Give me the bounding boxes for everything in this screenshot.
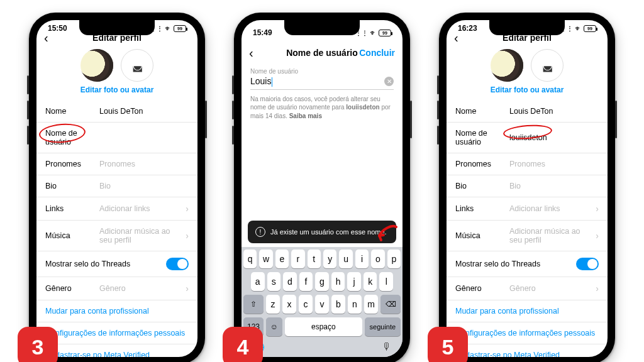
row-music[interactable]: Música Adicionar música ao seu perfil › — [447, 221, 608, 251]
learn-more-link[interactable]: Saiba mais — [289, 112, 322, 119]
threads-label: Mostrar selo do Threads — [455, 260, 571, 268]
pronouns-placeholder: Pronomes — [509, 160, 599, 168]
key-z[interactable]: z — [266, 295, 280, 314]
backspace-key[interactable]: ⌫ — [380, 295, 401, 314]
key-a[interactable]: a — [251, 272, 265, 291]
avatar-style-button[interactable]: ◛ — [121, 49, 153, 82]
key-j[interactable]: j — [347, 272, 361, 291]
battery-icon: 99 — [584, 25, 596, 32]
key-g[interactable]: g — [315, 272, 329, 291]
edit-avatar-link[interactable]: Editar foto ou avatar — [447, 85, 608, 101]
avatar-style-button[interactable]: ◛ — [531, 49, 564, 82]
row-gender[interactable]: Gênero Gênero › — [447, 277, 608, 300]
row-username[interactable]: Nome de usuário — [36, 123, 197, 153]
key-n[interactable]: n — [348, 295, 362, 314]
key-s[interactable]: s — [267, 272, 281, 291]
screen: 16:23 ⋮⋮ ᯤ 99 ‹ Editar perfil ◛ Editar f… — [447, 20, 608, 357]
link-professional[interactable]: Mudar para conta profissional — [36, 300, 197, 322]
status-time: 15:49 — [253, 28, 272, 37]
key-i[interactable]: i — [355, 250, 369, 268]
key-o[interactable]: o — [371, 250, 384, 268]
key-m[interactable]: m — [364, 295, 378, 314]
row-links[interactable]: Links Adicionar links › — [447, 197, 608, 221]
key-y[interactable]: y — [323, 250, 336, 268]
username-field-label: Nome de usuário — [250, 68, 394, 75]
toast-text: Já existe um usuário com esse nome. — [270, 228, 387, 236]
error-toast: ! Já existe um usuário com esse nome. — [248, 221, 396, 243]
music-placeholder: Adicionar música ao seu perfil — [99, 227, 180, 244]
key-q[interactable]: q — [243, 250, 257, 268]
back-button[interactable]: ‹ — [44, 31, 48, 45]
avatar-style-icon: ◛ — [132, 58, 143, 72]
row-threads[interactable]: Mostrar selo do Threads — [36, 251, 197, 277]
avatar-image[interactable] — [80, 49, 113, 82]
threads-toggle[interactable] — [166, 258, 189, 270]
key-v[interactable]: v — [315, 295, 329, 314]
link-meta-verified[interactable]: Cadastrar-se no Meta Verified — [36, 344, 197, 357]
row-name[interactable]: Nome Louis DeTon — [447, 101, 608, 123]
keyboard[interactable]: qwertyuiop asdfghjkl ⇧ zxcvbnm ⌫ 123 ☺ e… — [242, 247, 402, 357]
back-button[interactable]: ‹ — [454, 31, 458, 45]
chevron-right-icon: › — [186, 283, 189, 293]
return-key[interactable]: seguinte — [365, 317, 401, 336]
row-bio[interactable]: Bio Bio — [447, 175, 608, 197]
row-pronouns[interactable]: Pronomes Pronomes — [36, 153, 197, 175]
key-c[interactable]: c — [299, 295, 313, 314]
key-e[interactable]: e — [275, 250, 289, 268]
threads-toggle[interactable] — [576, 258, 599, 270]
row-bio[interactable]: Bio Bio — [36, 175, 197, 197]
alert-icon: ! — [255, 227, 265, 237]
shift-key[interactable]: ⇧ — [243, 295, 264, 314]
key-f[interactable]: f — [299, 272, 313, 291]
link-professional[interactable]: Mudar para conta profissional — [447, 300, 608, 322]
gender-placeholder: Gênero — [509, 284, 591, 293]
link-meta-verified[interactable]: Cadastrar-se no Meta Verified — [447, 344, 608, 357]
gender-placeholder: Gênero — [99, 284, 180, 293]
key-b[interactable]: b — [331, 295, 345, 314]
emoji-key[interactable]: ☺ — [266, 317, 282, 336]
row-links[interactable]: Links Adicionar links › — [36, 197, 197, 221]
text-cursor — [272, 77, 272, 87]
key-x[interactable]: x — [282, 295, 296, 314]
pronouns-label: Pronomes — [455, 160, 504, 168]
phone-step-5: 5 16:23 ⋮⋮ ᯤ 99 ‹ Editar perfil ◛ — [439, 13, 615, 362]
key-t[interactable]: t — [308, 250, 321, 268]
clear-icon[interactable]: ✕ — [384, 77, 394, 86]
name-value: Louis DeTon — [509, 107, 599, 116]
key-u[interactable]: u — [339, 250, 352, 268]
key-k[interactable]: k — [364, 272, 377, 291]
space-key[interactable]: espaço — [285, 317, 362, 336]
row-username[interactable]: Nome de usuário louiisdeton — [447, 123, 608, 153]
wifi-icon: ᯤ — [575, 25, 582, 32]
wifi-icon: ᯤ — [370, 29, 377, 36]
key-p[interactable]: p — [387, 250, 401, 268]
link-personal-info[interactable]: Configurações de informações pessoais — [36, 322, 197, 344]
username-input[interactable]: Louis ✕ — [250, 75, 394, 90]
key-d[interactable]: d — [283, 272, 297, 291]
nav-title: Nome de usuário — [286, 48, 358, 58]
row-threads[interactable]: Mostrar selo do Threads — [447, 251, 608, 277]
edit-avatar-link[interactable]: Editar foto ou avatar — [36, 85, 197, 101]
chevron-right-icon: › — [186, 204, 189, 214]
music-label: Música — [45, 231, 94, 240]
key-r[interactable]: r — [291, 250, 304, 268]
back-button[interactable]: ‹ — [249, 46, 253, 60]
done-button[interactable]: Concluir — [359, 48, 395, 58]
row-music[interactable]: Música Adicionar música ao seu perfil › — [36, 221, 197, 251]
row-gender[interactable]: Gênero Gênero › — [36, 277, 197, 300]
notch — [79, 20, 155, 35]
phone-step-3: 3 15:50 ⋮⋮ ᯤ 99 ‹ Editar perfil ◛ — [29, 13, 205, 362]
key-l[interactable]: l — [379, 272, 393, 291]
status-time: 16:23 — [458, 24, 477, 33]
row-pronouns[interactable]: Pronomes Pronomes — [447, 153, 608, 175]
phone-step-4: 4 15:49 ⋮⋮ ᯤ 99 ‹ Nome de usuário Conclu… — [234, 13, 410, 362]
links-label: Links — [455, 204, 504, 213]
row-name[interactable]: Nome Louis DeTon — [36, 101, 197, 123]
mic-icon[interactable]: 🎙 — [382, 341, 392, 353]
link-personal-info[interactable]: Configurações de informações pessoais — [447, 322, 608, 344]
gender-label: Gênero — [45, 284, 94, 293]
username-hint: Na maioria dos casos, você poderá altera… — [242, 90, 402, 121]
key-h[interactable]: h — [331, 272, 345, 291]
key-w[interactable]: w — [259, 250, 272, 268]
avatar-image[interactable] — [491, 49, 523, 82]
